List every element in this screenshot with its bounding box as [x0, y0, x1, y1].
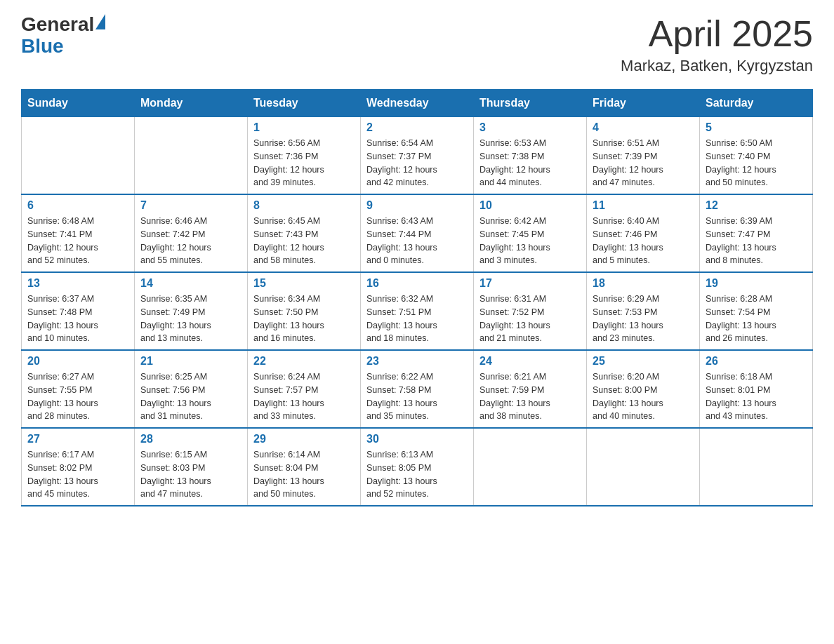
- day-number: 8: [253, 199, 355, 212]
- day-info: Sunrise: 6:24 AM Sunset: 7:57 PM Dayligh…: [253, 370, 355, 423]
- day-number: 3: [479, 121, 581, 134]
- day-number: 24: [479, 355, 581, 368]
- day-info: Sunrise: 6:42 AM Sunset: 7:45 PM Dayligh…: [479, 215, 581, 267]
- calendar-cell: [587, 428, 700, 506]
- column-header-monday: Monday: [135, 90, 248, 117]
- calendar-week-row: 20Sunrise: 6:27 AM Sunset: 7:55 PM Dayli…: [22, 350, 813, 428]
- calendar-cell: 25Sunrise: 6:20 AM Sunset: 8:00 PM Dayli…: [587, 350, 700, 428]
- day-info: Sunrise: 6:40 AM Sunset: 7:46 PM Dayligh…: [593, 215, 694, 267]
- day-info: Sunrise: 6:50 AM Sunset: 7:40 PM Dayligh…: [706, 137, 807, 189]
- calendar-cell: 26Sunrise: 6:18 AM Sunset: 8:01 PM Dayli…: [700, 350, 813, 428]
- day-number: 5: [706, 121, 807, 134]
- calendar-cell: 24Sunrise: 6:21 AM Sunset: 7:59 PM Dayli…: [474, 350, 587, 428]
- calendar-cell: 12Sunrise: 6:39 AM Sunset: 7:47 PM Dayli…: [700, 194, 813, 272]
- calendar-week-row: 1Sunrise: 6:56 AM Sunset: 7:36 PM Daylig…: [22, 117, 813, 195]
- column-header-thursday: Thursday: [474, 90, 587, 117]
- calendar-cell: 19Sunrise: 6:28 AM Sunset: 7:54 PM Dayli…: [700, 272, 813, 350]
- calendar-cell: [135, 117, 248, 195]
- calendar-cell: 13Sunrise: 6:37 AM Sunset: 7:48 PM Dayli…: [22, 272, 135, 350]
- day-info: Sunrise: 6:28 AM Sunset: 7:54 PM Dayligh…: [706, 293, 807, 345]
- column-header-sunday: Sunday: [22, 90, 135, 117]
- calendar-cell: 21Sunrise: 6:25 AM Sunset: 7:56 PM Dayli…: [135, 350, 248, 428]
- day-number: 15: [253, 277, 355, 290]
- day-number: 29: [253, 433, 355, 445]
- calendar-cell: 6Sunrise: 6:48 AM Sunset: 7:41 PM Daylig…: [22, 194, 135, 272]
- day-number: 25: [593, 355, 694, 368]
- day-number: 11: [593, 199, 694, 212]
- day-number: 4: [593, 121, 694, 134]
- day-info: Sunrise: 6:39 AM Sunset: 7:47 PM Dayligh…: [706, 215, 807, 267]
- calendar-cell: 3Sunrise: 6:53 AM Sunset: 7:38 PM Daylig…: [474, 117, 587, 195]
- day-number: 7: [140, 199, 241, 212]
- day-info: Sunrise: 6:29 AM Sunset: 7:53 PM Dayligh…: [593, 293, 694, 345]
- day-number: 9: [366, 199, 468, 212]
- day-info: Sunrise: 6:20 AM Sunset: 8:00 PM Dayligh…: [593, 370, 694, 423]
- day-info: Sunrise: 6:15 AM Sunset: 8:03 PM Dayligh…: [140, 448, 241, 501]
- day-number: 2: [366, 121, 468, 134]
- day-number: 12: [706, 199, 807, 212]
- day-info: Sunrise: 6:32 AM Sunset: 7:51 PM Dayligh…: [366, 293, 468, 345]
- calendar-cell: [700, 428, 813, 506]
- day-info: Sunrise: 6:22 AM Sunset: 7:58 PM Dayligh…: [366, 370, 468, 423]
- calendar-cell: [22, 117, 135, 195]
- day-info: Sunrise: 6:54 AM Sunset: 7:37 PM Dayligh…: [366, 137, 468, 189]
- day-info: Sunrise: 6:34 AM Sunset: 7:50 PM Dayligh…: [253, 293, 355, 345]
- page-header: General Blue April 2025 Markaz, Batken, …: [21, 14, 813, 75]
- calendar-cell: 10Sunrise: 6:42 AM Sunset: 7:45 PM Dayli…: [474, 194, 587, 272]
- calendar-cell: 17Sunrise: 6:31 AM Sunset: 7:52 PM Dayli…: [474, 272, 587, 350]
- calendar-cell: 5Sunrise: 6:50 AM Sunset: 7:40 PM Daylig…: [700, 117, 813, 195]
- calendar-cell: 4Sunrise: 6:51 AM Sunset: 7:39 PM Daylig…: [587, 117, 700, 195]
- day-number: 6: [27, 199, 128, 212]
- day-info: Sunrise: 6:13 AM Sunset: 8:05 PM Dayligh…: [366, 448, 468, 501]
- calendar-cell: 9Sunrise: 6:43 AM Sunset: 7:44 PM Daylig…: [361, 194, 474, 272]
- day-number: 17: [479, 277, 581, 290]
- logo-general-text: General: [21, 13, 94, 35]
- day-info: Sunrise: 6:14 AM Sunset: 8:04 PM Dayligh…: [253, 448, 355, 501]
- logo: General Blue: [21, 14, 105, 58]
- calendar-week-row: 13Sunrise: 6:37 AM Sunset: 7:48 PM Dayli…: [22, 272, 813, 350]
- calendar-week-row: 27Sunrise: 6:17 AM Sunset: 8:02 PM Dayli…: [22, 428, 813, 506]
- day-number: 16: [366, 277, 468, 290]
- calendar-table: SundayMondayTuesdayWednesdayThursdayFrid…: [21, 89, 813, 507]
- calendar-cell: 16Sunrise: 6:32 AM Sunset: 7:51 PM Dayli…: [361, 272, 474, 350]
- day-info: Sunrise: 6:21 AM Sunset: 7:59 PM Dayligh…: [479, 370, 581, 423]
- calendar-cell: [474, 428, 587, 506]
- day-info: Sunrise: 6:53 AM Sunset: 7:38 PM Dayligh…: [479, 137, 581, 189]
- day-number: 28: [140, 433, 241, 445]
- day-number: 20: [27, 355, 128, 368]
- day-number: 19: [706, 277, 807, 290]
- calendar-cell: 22Sunrise: 6:24 AM Sunset: 7:57 PM Dayli…: [248, 350, 361, 428]
- calendar-cell: 11Sunrise: 6:40 AM Sunset: 7:46 PM Dayli…: [587, 194, 700, 272]
- column-header-tuesday: Tuesday: [248, 90, 361, 117]
- day-info: Sunrise: 6:48 AM Sunset: 7:41 PM Dayligh…: [27, 215, 128, 267]
- day-number: 14: [140, 277, 241, 290]
- logo-triangle-icon: [95, 14, 105, 29]
- calendar-cell: 2Sunrise: 6:54 AM Sunset: 7:37 PM Daylig…: [361, 117, 474, 195]
- calendar-cell: 14Sunrise: 6:35 AM Sunset: 7:49 PM Dayli…: [135, 272, 248, 350]
- day-info: Sunrise: 6:18 AM Sunset: 8:01 PM Dayligh…: [706, 370, 807, 423]
- day-number: 30: [366, 433, 468, 445]
- day-number: 10: [479, 199, 581, 212]
- calendar-cell: 27Sunrise: 6:17 AM Sunset: 8:02 PM Dayli…: [22, 428, 135, 506]
- day-number: 23: [366, 355, 468, 368]
- day-info: Sunrise: 6:51 AM Sunset: 7:39 PM Dayligh…: [593, 137, 694, 189]
- calendar-cell: 30Sunrise: 6:13 AM Sunset: 8:05 PM Dayli…: [361, 428, 474, 506]
- day-info: Sunrise: 6:17 AM Sunset: 8:02 PM Dayligh…: [27, 448, 128, 501]
- calendar-cell: 29Sunrise: 6:14 AM Sunset: 8:04 PM Dayli…: [248, 428, 361, 506]
- calendar-cell: 1Sunrise: 6:56 AM Sunset: 7:36 PM Daylig…: [248, 117, 361, 195]
- calendar-cell: 7Sunrise: 6:46 AM Sunset: 7:42 PM Daylig…: [135, 194, 248, 272]
- day-number: 21: [140, 355, 241, 368]
- day-info: Sunrise: 6:56 AM Sunset: 7:36 PM Dayligh…: [253, 137, 355, 189]
- column-header-wednesday: Wednesday: [361, 90, 474, 117]
- day-info: Sunrise: 6:31 AM Sunset: 7:52 PM Dayligh…: [479, 293, 581, 345]
- calendar-cell: 15Sunrise: 6:34 AM Sunset: 7:50 PM Dayli…: [248, 272, 361, 350]
- day-info: Sunrise: 6:43 AM Sunset: 7:44 PM Dayligh…: [366, 215, 468, 267]
- day-number: 27: [27, 433, 128, 445]
- day-number: 26: [706, 355, 807, 368]
- logo-blue-text: Blue: [21, 35, 64, 57]
- calendar-header-row: SundayMondayTuesdayWednesdayThursdayFrid…: [22, 90, 813, 117]
- day-info: Sunrise: 6:25 AM Sunset: 7:56 PM Dayligh…: [140, 370, 241, 423]
- calendar-cell: 18Sunrise: 6:29 AM Sunset: 7:53 PM Dayli…: [587, 272, 700, 350]
- title-section: April 2025 Markaz, Batken, Kyrgyzstan: [621, 14, 813, 75]
- calendar-cell: 23Sunrise: 6:22 AM Sunset: 7:58 PM Dayli…: [361, 350, 474, 428]
